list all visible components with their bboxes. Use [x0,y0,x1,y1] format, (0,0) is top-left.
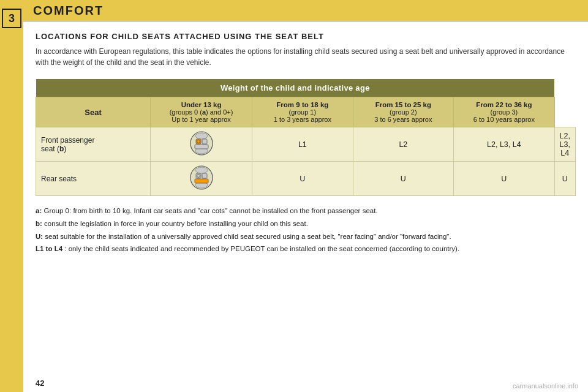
col-22to36-sub: (group 3)6 to 10 years approx [473,108,535,123]
col-9to18-label: From 9 to 18 kg [276,101,328,108]
col-9to18-sub: (group 1)1 to 3 years approx [274,108,331,123]
col-seat: Seat [36,97,151,127]
watermark: carmanualsonline.info [513,382,578,390]
svg-rect-12 [195,179,208,183]
chapter-number: 3 [9,12,15,25]
left-sidebar: 3 [0,0,23,392]
rear-val-1: U [252,162,353,196]
header-title: COMFORT [33,4,104,18]
seat-label-rear: Rear seats [36,162,151,196]
note-text-a: Group 0: from birth to 10 kg. Infant car… [43,207,377,214]
front-val-1: L1 [252,127,353,162]
front-val-4: L2, L3, L4 [554,127,575,162]
table-main-header: Weight of the child and indicative age [36,79,555,97]
table-main-header-row: Weight of the child and indicative age [36,79,576,97]
table-row: Rear seats U U U U [36,162,576,196]
rear-val-3: U [454,162,555,196]
col-15to25-sub: (group 2)3 to 6 years approx [374,108,432,123]
note-key-b: b: [36,220,42,227]
bottom-footer: 42 [23,374,588,392]
note-text-l: : only the child seats indicated and rec… [64,245,459,252]
rear-val-4: U [554,162,575,196]
top-header: COMFORT [23,0,588,22]
note-a: a: Group 0: from birth to 10 kg. Infant … [36,206,576,217]
col-22to36: From 22 to 36 kg (group 3)6 to 10 years … [454,97,555,127]
front-val-3: L2, L3, L4 [454,127,555,162]
note-b: b: consult the legislation in force in y… [36,219,576,230]
section-title: LOCATIONS FOR CHILD SEATS ATTACHED USING… [36,32,576,41]
chapter-badge: 3 [2,9,21,28]
svg-rect-11 [202,173,207,178]
rear-val-2: U [353,162,454,196]
front-seat-icon [185,130,218,157]
main-content: LOCATIONS FOR CHILD SEATS ATTACHED USING… [23,22,588,374]
svg-point-8 [195,167,208,173]
note-text-u: seat suitable for the installation of a … [45,233,451,240]
note-text-b: consult the legislation in force in your… [44,220,308,227]
seat-label-front: Front passengerseat (b) [36,127,151,162]
col-seat-label: Seat [85,108,101,117]
seat-icon-front-cell [151,127,252,162]
table-row: Front passengerseat (b) [36,127,576,162]
note-key-l: L1 to L4 [36,245,62,252]
col-under13-sub: (groups 0 (a) and 0+)Up to 1 year approx [170,108,233,123]
note-u: U: seat suitable for the installation of… [36,232,576,243]
col-under13: Under 13 kg (groups 0 (a) and 0+)Up to 1… [151,97,252,127]
note-key-a: a: [36,207,42,214]
intro-text: In accordance with European regulations,… [36,46,576,68]
note-key-u: U: [36,233,43,240]
notes-section: a: Group 0: from birth to 10 kg. Infant … [36,206,576,255]
child-seat-table: Weight of the child and indicative age S… [36,79,576,196]
col-15to25-label: From 15 to 25 kg [375,101,431,108]
col-22to36-label: From 22 to 36 kg [476,101,532,108]
svg-rect-5 [195,145,208,149]
seat-icon-rear-cell [151,162,252,196]
col-9to18: From 9 to 18 kg (group 1)1 to 3 years ap… [252,97,353,127]
svg-rect-4 [202,139,207,144]
col-under13-label: Under 13 kg [181,101,222,108]
note-l: L1 to L4 : only the child seats indicate… [36,244,576,255]
rear-seat-icon [185,164,218,191]
column-header-row: Seat Under 13 kg (groups 0 (a) and 0+)Up… [36,97,576,127]
col-15to25: From 15 to 25 kg (group 2)3 to 6 years a… [353,97,454,127]
front-val-2: L2 [353,127,454,162]
page-number: 42 [36,379,44,388]
svg-point-1 [195,133,208,139]
